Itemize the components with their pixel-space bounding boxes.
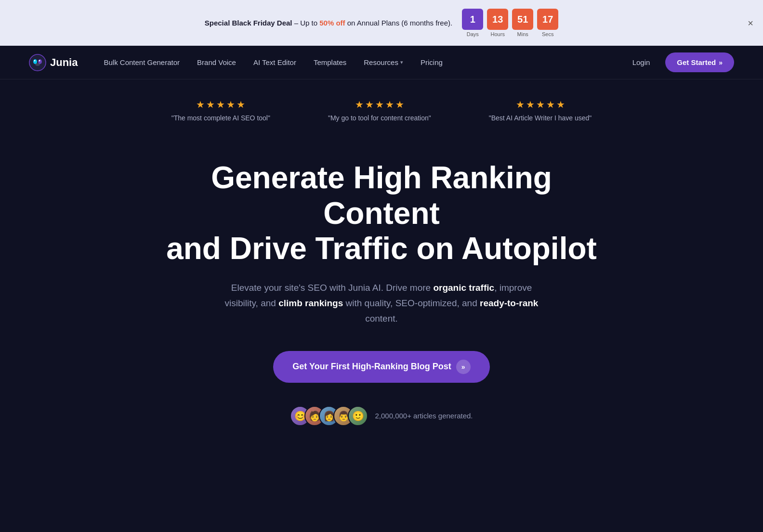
svg-point-3 <box>35 63 40 66</box>
star: ★ <box>226 99 235 110</box>
banner-close-button[interactable]: × <box>748 18 753 28</box>
get-started-label: Get Started <box>677 58 716 66</box>
nav-pricing[interactable]: Pricing <box>414 54 449 70</box>
countdown-days-value: 1 <box>462 9 483 30</box>
hero-bold-2: climb rankings <box>278 298 343 308</box>
banner-middle-text: – Up to <box>294 19 320 27</box>
hero-title-line1: Generate High Ranking Content <box>211 160 552 231</box>
social-proof: 😊 🧑 👩 👨 🙂 2,000,000+ articles generated. <box>290 406 473 426</box>
svg-point-5 <box>39 60 40 61</box>
review-quote-1: "The most complete AI SEO tool" <box>171 114 270 122</box>
logo[interactable]: Junia <box>29 54 78 71</box>
hero-cta-button[interactable]: Get Your First High-Ranking Blog Post » <box>273 351 489 383</box>
countdown-timer: 1 Days 13 Hours 51 Mins 17 Secs <box>462 9 558 37</box>
get-started-arrows: » <box>719 59 723 66</box>
countdown-secs-label: Secs <box>542 31 553 37</box>
navbar: Junia Bulk Content Generator Brand Voice… <box>0 46 763 79</box>
star: ★ <box>546 99 555 110</box>
star: ★ <box>355 99 364 110</box>
nav-resources[interactable]: Resources ▾ <box>357 54 410 70</box>
nav-ai-text-editor[interactable]: AI Text Editor <box>247 54 303 70</box>
avatar: 🙂 <box>348 406 368 426</box>
star: ★ <box>196 99 205 110</box>
countdown-mins-value: 51 <box>512 9 533 30</box>
hero-section: Generate High Ranking Content and Drive … <box>0 131 763 445</box>
banner-discount: 50% off <box>319 19 345 27</box>
banner-deal-label: Special Black Friday Deal <box>205 19 292 27</box>
star: ★ <box>237 99 245 110</box>
logo-text: Junia <box>50 56 78 69</box>
avatar-group: 😊 🧑 👩 👨 🙂 <box>290 406 368 426</box>
promo-banner: Special Black Friday Deal – Up to 50% of… <box>0 0 763 46</box>
countdown-mins-label: Mins <box>517 31 528 37</box>
countdown-hours-value: 13 <box>487 9 508 30</box>
star: ★ <box>206 99 215 110</box>
nav-links: Bulk Content Generator Brand Voice AI Te… <box>97 54 624 70</box>
hero-bold-1: organic traffic <box>433 283 494 293</box>
review-item-1: ★ ★ ★ ★ ★ "The most complete AI SEO tool… <box>171 99 270 122</box>
stars-3: ★ ★ ★ ★ ★ <box>516 99 565 110</box>
countdown-days-label: Days <box>467 31 479 37</box>
nav-bulk-content[interactable]: Bulk Content Generator <box>97 54 186 70</box>
star: ★ <box>536 99 545 110</box>
hero-title-line2: and Drive Traffic on Autopilot <box>166 231 597 266</box>
chevron-down-icon: ▾ <box>400 59 403 65</box>
reviews-bar: ★ ★ ★ ★ ★ "The most complete AI SEO tool… <box>0 79 763 131</box>
login-button[interactable]: Login <box>625 54 658 70</box>
star: ★ <box>556 99 565 110</box>
get-started-button[interactable]: Get Started » <box>665 52 734 72</box>
logo-icon <box>29 54 46 71</box>
star: ★ <box>216 99 225 110</box>
nav-brand-voice[interactable]: Brand Voice <box>190 54 243 70</box>
nav-actions: Login Get Started » <box>625 52 734 72</box>
social-proof-text: 2,000,000+ articles generated. <box>375 412 473 420</box>
svg-point-0 <box>29 54 46 71</box>
countdown-mins: 51 Mins <box>512 9 533 37</box>
hero-subtitle: Elevate your site's SEO with Junia AI. D… <box>218 280 545 327</box>
countdown-hours: 13 Hours <box>487 9 508 37</box>
review-item-3: ★ ★ ★ ★ ★ "Best AI Article Writer I have… <box>489 99 592 122</box>
star: ★ <box>375 99 384 110</box>
star: ★ <box>516 99 525 110</box>
svg-point-4 <box>34 60 36 61</box>
stars-1: ★ ★ ★ ★ ★ <box>196 99 245 110</box>
review-quote-3: "Best AI Article Writer I have used" <box>489 114 592 122</box>
countdown-hours-label: Hours <box>491 31 505 37</box>
hero-cta-arrows-icon: » <box>456 360 471 374</box>
hero-bold-3: ready-to-rank <box>480 298 538 308</box>
review-quote-2: "My go to tool for content creation" <box>328 114 431 122</box>
review-item-2: ★ ★ ★ ★ ★ "My go to tool for content cre… <box>328 99 431 122</box>
banner-suffix-text: on Annual Plans (6 months free). <box>347 19 452 27</box>
countdown-secs: 17 Secs <box>537 9 558 37</box>
star: ★ <box>395 99 404 110</box>
stars-2: ★ ★ ★ ★ ★ <box>355 99 404 110</box>
hero-cta-label: Get Your First High-Ranking Blog Post <box>292 362 451 372</box>
countdown-days: 1 Days <box>462 9 483 37</box>
star: ★ <box>526 99 535 110</box>
nav-templates[interactable]: Templates <box>307 54 353 70</box>
hero-title: Generate High Ranking Content and Drive … <box>165 160 598 267</box>
countdown-secs-value: 17 <box>537 9 558 30</box>
star: ★ <box>385 99 394 110</box>
banner-text: Special Black Friday Deal – Up to 50% of… <box>205 19 452 27</box>
star: ★ <box>365 99 374 110</box>
